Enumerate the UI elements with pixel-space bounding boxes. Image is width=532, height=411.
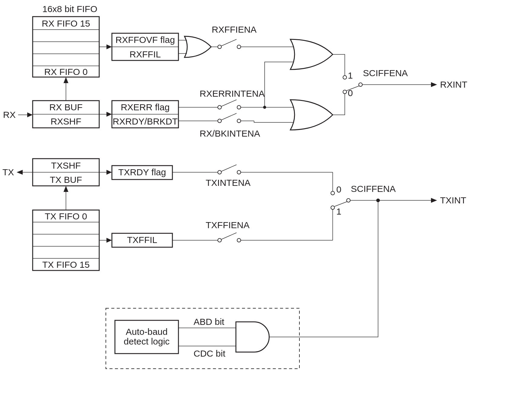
switch-txintena xyxy=(172,165,333,174)
rx-fifo-15-label: RX FIFO 15 xyxy=(42,18,90,28)
rxffiena-label: RXFFIENA xyxy=(212,24,256,34)
svg-point-72 xyxy=(331,206,335,209)
tx-fifo-block: TX FIFO 0 TX FIFO 15 xyxy=(33,210,99,270)
svg-point-22 xyxy=(218,45,221,49)
and-gate-autobaud xyxy=(236,322,269,352)
rx-fifo-block: RX FIFO 15 RX FIFO 0 xyxy=(33,17,99,77)
tx-pin-label: TX xyxy=(2,167,14,177)
txintena-label: TXINTENA xyxy=(206,178,250,188)
txffiena-label: TXFFIENA xyxy=(206,220,250,230)
svg-marker-8 xyxy=(64,77,68,83)
svg-marker-14 xyxy=(106,44,112,49)
svg-line-68 xyxy=(221,233,237,239)
sciffena-tx-label: SCIFFENA xyxy=(351,184,396,194)
rxerr-block: RXERR flag RXRDY/BRKDT xyxy=(112,101,178,128)
rxff-block: RXFFOVF flag RXFFIL xyxy=(112,33,178,60)
tx-fifo-0-label: TX FIFO 0 xyxy=(45,211,87,221)
svg-point-71 xyxy=(331,191,335,195)
rx-mux-1: 1 xyxy=(348,70,353,80)
tx-fifo-15-label: TX FIFO 15 xyxy=(42,260,90,270)
svg-point-69 xyxy=(237,238,241,242)
svg-marker-43 xyxy=(431,82,437,87)
sciffena-rx-label: SCIFFENA xyxy=(363,68,408,78)
rxffovf-label: RXFFOVF flag xyxy=(116,35,175,45)
rxrdy-label: RXRDY/BRKDT xyxy=(113,116,178,126)
tx-buf-block: TXSHF TX BUF xyxy=(33,159,99,186)
svg-point-38 xyxy=(343,76,347,79)
svg-marker-18 xyxy=(106,112,112,117)
switch-txffiena xyxy=(172,233,333,242)
rx-mux-0: 0 xyxy=(348,88,353,98)
svg-marker-57 xyxy=(106,170,112,175)
svg-line-74 xyxy=(335,202,347,206)
svg-marker-47 xyxy=(17,170,23,175)
txffil-block: TXFFIL xyxy=(112,233,172,247)
svg-marker-10 xyxy=(27,112,33,117)
rxbkintena-label: RX/BKINTENA xyxy=(200,128,260,138)
txbuf-label: TX BUF xyxy=(50,175,82,185)
autobaud-block: Auto-baud detect logic xyxy=(115,320,178,354)
rx-buf-block: RX BUF RXSHF xyxy=(33,101,99,128)
svg-point-64 xyxy=(237,170,241,174)
svg-marker-76 xyxy=(431,198,437,203)
svg-point-34 xyxy=(237,119,241,123)
autobaud-label-1: Auto-baud xyxy=(126,327,168,337)
svg-line-28 xyxy=(221,100,237,106)
rx-pin-label: RX xyxy=(3,110,16,120)
txshf-label: TXSHF xyxy=(51,160,81,170)
svg-marker-54 xyxy=(64,186,68,192)
svg-point-32 xyxy=(218,119,221,123)
switch-rxffiena xyxy=(211,39,248,49)
tx-mux-1: 1 xyxy=(336,206,341,216)
tx-mux-0: 0 xyxy=(336,184,341,194)
or-gate-rxff xyxy=(184,36,211,57)
svg-marker-60 xyxy=(106,238,112,243)
txffil-label: TXFFIL xyxy=(127,235,157,245)
or-gate-rx-top xyxy=(290,39,333,70)
rx-shf-label: RXSHF xyxy=(51,116,81,126)
rx-buf-label: RX BUF xyxy=(49,102,83,112)
abd-label: ABD bit xyxy=(194,317,224,327)
autobaud-label-2: detect logic xyxy=(124,336,170,346)
switch-rxbkintena xyxy=(178,113,254,123)
svg-point-27 xyxy=(218,105,221,109)
txint-label: TXINT xyxy=(440,195,466,205)
title-label: 16x8 bit FIFO xyxy=(42,4,97,14)
or-gate-rx-bot xyxy=(290,100,333,130)
txrdy-label: TXRDY flag xyxy=(118,167,166,177)
svg-point-29 xyxy=(237,105,241,109)
rx-fifo-0-label: RX FIFO 0 xyxy=(44,67,87,77)
rxffil-label: RXFFIL xyxy=(129,49,161,59)
switch-rxerrintena xyxy=(178,100,265,109)
rxint-label: RXINT xyxy=(440,79,467,89)
cdc-label: CDC bit xyxy=(194,348,226,358)
svg-point-67 xyxy=(218,238,221,242)
svg-point-39 xyxy=(343,90,347,94)
svg-line-63 xyxy=(221,165,237,171)
svg-line-23 xyxy=(221,39,237,46)
svg-point-62 xyxy=(218,170,221,174)
svg-line-33 xyxy=(221,113,237,120)
rxerr-label: RXERR flag xyxy=(121,102,170,112)
txrdy-block: TXRDY flag xyxy=(112,166,172,180)
rxerrintena-label: RXERRINTENA xyxy=(200,89,265,99)
svg-point-24 xyxy=(237,45,241,49)
